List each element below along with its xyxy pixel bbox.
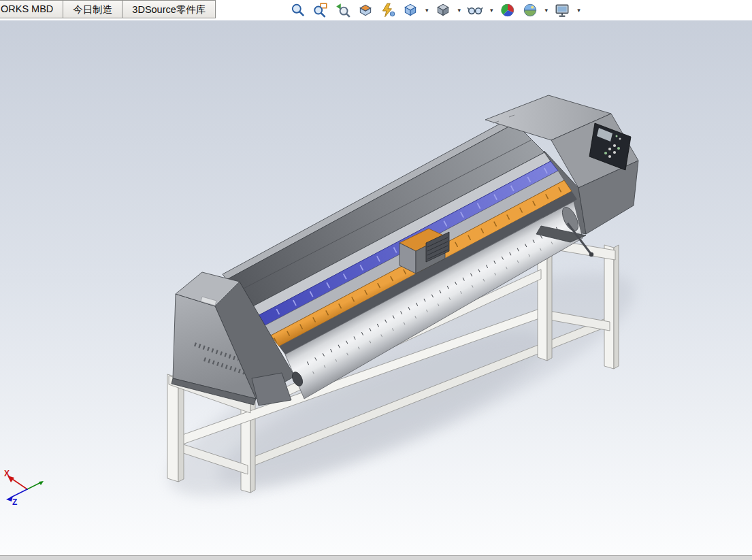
view-settings-dropdown[interactable]: ▾ bbox=[577, 7, 581, 14]
stand-leg-front-left bbox=[167, 374, 178, 482]
status-bar bbox=[0, 555, 752, 560]
panel-button bbox=[617, 147, 620, 150]
heads-up-view-toolbar: ▾ ▾ ▾ ▾ bbox=[290, 1, 581, 20]
display-style-icon[interactable] bbox=[435, 2, 451, 18]
stand-leg-back-right-side bbox=[614, 245, 619, 369]
section-view-icon[interactable] bbox=[357, 2, 374, 18]
zoom-to-fit-icon[interactable] bbox=[290, 2, 306, 18]
edit-appearance-icon[interactable] bbox=[500, 2, 516, 18]
annotation-views-icon[interactable] bbox=[380, 2, 396, 18]
zoom-to-area-glyph bbox=[312, 2, 329, 18]
display-style-glyph bbox=[435, 2, 451, 18]
view-orientation-icon[interactable] bbox=[402, 2, 419, 18]
stand-leg-front-left-side bbox=[178, 375, 184, 482]
panel-led bbox=[616, 135, 618, 137]
rod-knob bbox=[589, 252, 593, 257]
previous-view-glyph bbox=[335, 2, 351, 18]
apply-scene-dropdown[interactable]: ▾ bbox=[545, 7, 549, 14]
view-orientation-dropdown[interactable]: ▾ bbox=[425, 7, 429, 14]
viewport-3d[interactable]: X Z bbox=[0, 0, 752, 560]
annotation-views-glyph bbox=[380, 2, 396, 18]
section-view-glyph bbox=[357, 2, 374, 18]
panel-button bbox=[613, 151, 616, 154]
previous-view-icon[interactable] bbox=[335, 2, 351, 18]
z-axis-label: Z bbox=[12, 497, 17, 507]
view-settings-glyph bbox=[554, 2, 570, 18]
x-axis-label: X bbox=[4, 469, 10, 478]
display-style-dropdown[interactable]: ▾ bbox=[458, 7, 461, 14]
hide-show-items-glyph bbox=[467, 2, 483, 18]
view-settings-icon[interactable] bbox=[554, 2, 570, 18]
panel-led bbox=[619, 138, 621, 140]
apply-scene-glyph bbox=[522, 2, 538, 18]
hide-show-items-dropdown[interactable]: ▾ bbox=[490, 7, 493, 14]
edit-appearance-glyph bbox=[500, 2, 516, 18]
hide-show-items-icon[interactable] bbox=[467, 2, 483, 18]
zoom-to-fit-glyph bbox=[290, 2, 306, 18]
panel-button bbox=[604, 152, 607, 154]
document-tabs: ORKS MBD 今日制造 3DSource零件库 bbox=[0, 0, 216, 18]
tab-today-manufacturing[interactable]: 今日制造 bbox=[63, 0, 122, 18]
tab-solidworks-mbd[interactable]: ORKS MBD bbox=[0, 0, 63, 18]
panel-button bbox=[608, 148, 611, 150]
zoom-to-area-icon[interactable] bbox=[312, 2, 329, 18]
apply-scene-icon[interactable] bbox=[522, 2, 538, 18]
panel-button bbox=[608, 155, 611, 158]
tab-3dsource-parts[interactable]: 3DSource零件库 bbox=[122, 0, 216, 18]
panel-button bbox=[613, 144, 616, 147]
stand-leg-back-right bbox=[604, 245, 614, 369]
view-orientation-glyph bbox=[402, 2, 419, 18]
